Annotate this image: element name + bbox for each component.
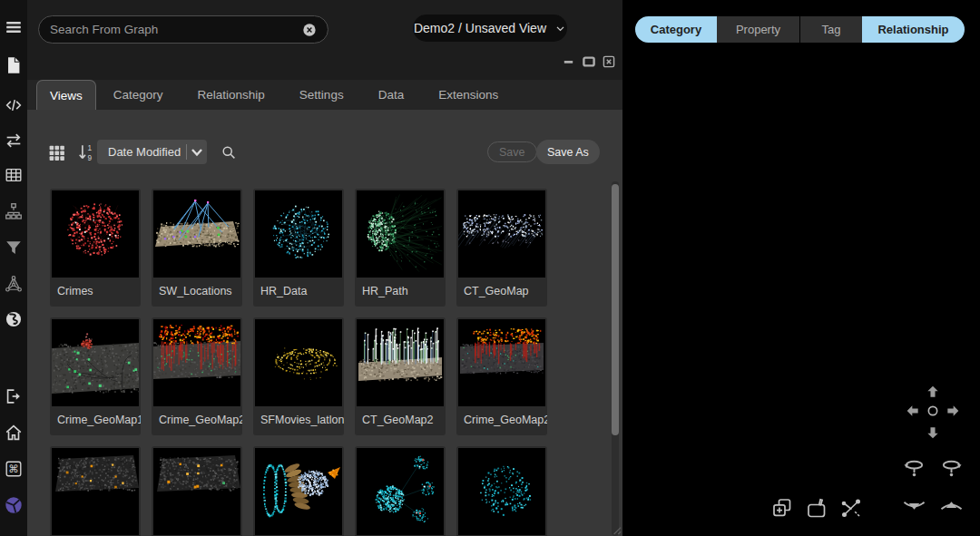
save-as-button[interactable]: Save As [536,140,600,164]
view-card[interactable]: CT_GeoMap2 [355,317,446,435]
main-tabbar: ViewsCategoryRelationshipSettingsDataExt… [27,80,622,110]
sort-numeric-icon[interactable]: 19 [76,142,96,163]
legend-tabbar: CategoryPropertyTagRelationship [635,16,965,43]
tilt-down-icon[interactable] [902,494,926,517]
menu-icon[interactable] [4,17,24,37]
view-card-label: SFMovies_latlon [253,406,344,434]
tab-label: Data [378,88,405,102]
sign-out-icon[interactable] [4,386,24,406]
add-frames-icon[interactable] [771,497,793,520]
rotate-left-icon[interactable] [902,456,926,481]
globe-icon[interactable] [4,309,24,329]
shortcuts-icon[interactable]: ⌘ [4,459,24,479]
search-icon[interactable] [220,144,237,161]
snapshot-toolbar [771,497,862,520]
views-grid: CrimesSW_LocationsHR_DataHR_PathCT_GeoMa… [50,189,547,536]
main-panel: Demo2 / Unsaved View ViewsCategoryRelati… [27,0,622,536]
project-view-label: Demo2 / Unsaved View [414,21,546,35]
tab-label: Settings [299,88,344,102]
arrow-up-icon[interactable] [926,385,940,399]
view-card-label: HR_Data [253,278,344,305]
circle-icon[interactable] [926,404,939,417]
view-thumbnail [153,190,240,278]
topbar: Demo2 / Unsaved View [27,0,622,80]
view-thumbnail [52,319,139,406]
legend-tab-label: Relationship [877,23,948,36]
legend-tab-category[interactable]: Category [635,16,717,43]
resize-handle[interactable] [610,523,622,535]
save-button[interactable]: Save [487,141,537,162]
file-icon[interactable] [4,55,24,75]
view-card[interactable] [456,446,547,536]
graph-panel[interactable]: CategoryPropertyTagRelationship [622,0,980,536]
view-thumbnail [458,448,545,535]
window-controls [563,54,617,69]
views-panel: 19 Date Modified Save Save As CrimesSW_L… [27,110,622,536]
route-edit-icon[interactable] [840,497,862,520]
svg-text:9: 9 [87,154,92,162]
tab-category[interactable]: Category [96,80,181,110]
view-card[interactable]: SW_Locations [152,189,242,307]
tab-settings[interactable]: Settings [282,80,361,110]
arrow-left-icon[interactable] [906,404,920,418]
hierarchy-icon[interactable] [4,201,24,221]
grid-layout-icon[interactable] [47,143,66,162]
maximize-icon[interactable] [583,55,595,68]
view-card[interactable] [152,446,242,536]
code-icon[interactable] [4,95,24,115]
view-card[interactable] [355,446,446,536]
close-icon[interactable] [603,55,615,68]
swap-arrows-icon[interactable] [4,131,24,151]
tab-data[interactable]: Data [361,80,422,110]
minimize-icon[interactable] [563,55,575,68]
chevron-down-icon [187,145,207,159]
view-card-label: CT_GeoMap2 [355,406,446,434]
view-thumbnail [153,448,240,535]
tab-label: Extensions [438,88,498,102]
tilt-up-icon[interactable] [939,494,964,517]
view-card[interactable] [50,446,141,536]
view-thumbnail [52,190,139,278]
view-card[interactable]: Crime_GeoMap1 [50,317,141,435]
view-card[interactable]: Crime_GeoMap2 [456,317,547,435]
tab-extensions[interactable]: Extensions [421,80,515,110]
tab-relationship[interactable]: Relationship [181,80,282,110]
view-card[interactable]: CT_GeoMap [456,189,547,307]
home-icon[interactable] [4,423,24,443]
rotate-right-icon[interactable] [939,456,964,481]
scrollbar-thumb[interactable] [612,184,619,435]
filter-icon[interactable] [4,238,24,258]
legend-tab-relationship[interactable]: Relationship [862,16,965,43]
view-card[interactable]: HR_Path [355,189,446,307]
view-card[interactable] [253,446,344,536]
table-icon[interactable] [4,165,24,185]
tab-label: Category [113,88,163,102]
graph-search[interactable] [38,15,328,44]
view-card-label: HR_Path [355,278,446,305]
circle-x-icon[interactable] [302,23,317,37]
view-card[interactable]: Crime_GeoMap2 [152,317,242,435]
chevron-down-icon [554,23,566,34]
legend-tab-tag[interactable]: Tag [799,16,862,43]
view-card[interactable]: SFMovies_latlon [253,317,344,435]
project-view-selector[interactable]: Demo2 / Unsaved View [413,15,567,42]
legend-tab-property[interactable]: Property [717,16,799,43]
view-thumbnail [357,319,444,406]
pin-note-icon[interactable] [806,497,828,520]
arrow-right-icon[interactable] [946,404,960,418]
view-thumbnail [255,448,342,535]
graphxr-app: { "colors": { "accent_blue": "#a5d8f3", … [0,0,980,536]
view-thumbnail [357,448,444,535]
search-input[interactable] [50,23,295,36]
view-thumbnail [255,190,342,278]
tab-views[interactable]: Views [36,80,96,110]
network-icon[interactable] [4,274,24,294]
view-card-label: SW_Locations [152,278,242,305]
arrow-down-icon[interactable] [926,425,940,440]
legend-tab-label: Category [651,23,701,36]
kineviz-logo-icon[interactable] [4,495,24,515]
view-card[interactable]: HR_Data [253,189,344,307]
sort-field-dropdown[interactable]: Date Modified [97,140,207,164]
view-thumbnail [153,319,240,406]
view-card[interactable]: Crimes [50,189,141,307]
